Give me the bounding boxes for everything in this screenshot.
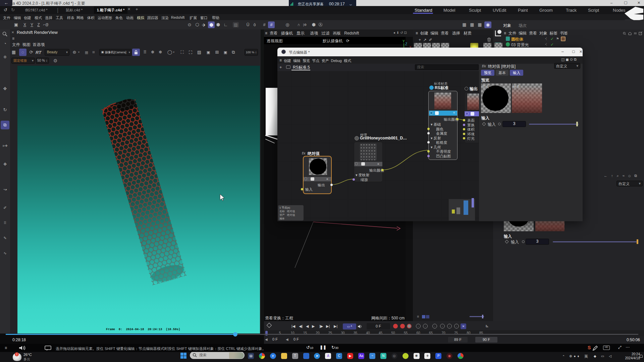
svg-text:Z: Z [405, 42, 407, 46]
svg-text:Y: Y [402, 40, 405, 43]
